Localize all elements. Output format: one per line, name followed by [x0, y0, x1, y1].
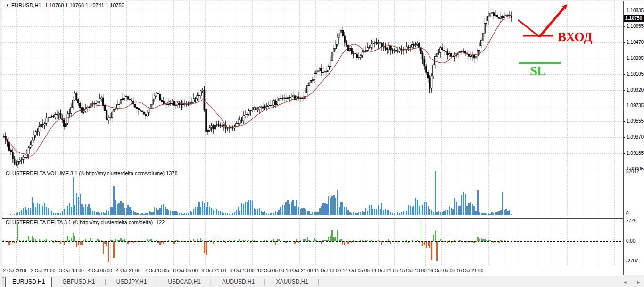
time-axis-label: 4 Oct 21:00	[116, 268, 141, 273]
price-axis-label: 1.09005	[627, 166, 644, 171]
price-axis-label: 1.09735	[627, 103, 644, 108]
price-axis-label: 1.10470	[627, 40, 644, 45]
tab-usdcad-h1[interactable]: USDCAD,H1	[168, 276, 200, 285]
tab-divider: |	[210, 276, 212, 285]
price-axis-label: 1.10105	[627, 71, 644, 76]
price-axis-label: 1.09555	[627, 118, 644, 124]
price-axis-tick	[624, 121, 625, 122]
pane-splitter[interactable]	[2, 217, 623, 219]
current-price-badge: 1.10750	[624, 15, 644, 22]
time-axis-label: 2 Oct 21:00	[31, 268, 55, 273]
price-axis-label: 1.09185	[627, 151, 644, 156]
tab-xauusd-h1[interactable]: XAUUSD,H1	[276, 276, 308, 285]
tab-divider: |	[105, 276, 106, 285]
time-axis-label: 4 Oct 05:00	[88, 268, 112, 273]
price-axis-label: 1.10835	[627, 8, 644, 13]
price-axis-tick	[624, 106, 625, 106]
time-axis-label: 15 Oct 13:00	[399, 268, 426, 273]
time-axis-label: 11 Oct 13:00	[314, 268, 341, 273]
tab-scroll-right-icon[interactable]: ►	[636, 280, 641, 285]
time-axis-label: 14 Oct 05:05	[343, 268, 370, 273]
time-axis-label: 8 Oct 05:00	[173, 268, 198, 273]
tab-divider: |	[156, 276, 157, 285]
price-axis-label: 1.10285	[627, 56, 644, 61]
volume-histogram[interactable]	[2, 169, 623, 217]
tab-audusd-h1[interactable]: AUDUSD,H1	[222, 276, 255, 285]
time-axis-label: 10 Oct 21:00	[286, 268, 313, 273]
time-axis-label: 3 Oct 13:00	[59, 268, 84, 273]
mt4-window: ▼EURUSD,H11.10760 1.10768 1.10741 1.1075…	[0, 0, 644, 287]
time-axis-label: 9 Oct 13:00	[230, 268, 255, 273]
price-axis[interactable]: 1.10750 52012 0 2726 0.00 -2707 1.108351…	[623, 1, 644, 275]
delta-axis-min: -2707	[626, 258, 638, 263]
candlestick-chart[interactable]: ВХОДSL	[2, 1, 623, 168]
tab-divider: |	[264, 276, 265, 285]
time-axis-label: 10 Oct 05:00	[257, 268, 284, 273]
tab-divider: |	[318, 276, 319, 285]
pane-splitter[interactable]	[2, 168, 623, 169]
price-axis-tick	[624, 74, 625, 75]
price-axis-tick	[624, 11, 625, 11]
price-axis-tick	[624, 137, 625, 138]
volume-axis-min: 0	[626, 211, 629, 216]
price-axis-tick	[624, 42, 625, 43]
tab-gbpusd-h1[interactable]: GBPUSD,H1	[62, 276, 95, 285]
grid-vertical-lines	[17, 1, 615, 168]
tab-eurusd-h1[interactable]: EURUSD,H1	[5, 277, 52, 287]
price-axis-tick	[624, 153, 625, 154]
candle-wicks	[4, 9, 512, 168]
time-axis-label: 8 Oct 21:00	[202, 268, 226, 273]
tabbar-gripper[interactable]	[2, 277, 4, 286]
price-axis-label: 1.10655	[627, 24, 644, 29]
moving-average-line	[4, 16, 512, 156]
delta-histogram[interactable]	[2, 219, 623, 266]
entry-label: ВХОД	[558, 30, 593, 44]
price-axis-tick	[624, 26, 625, 27]
price-chart-pane: ▼EURUSD,H11.10760 1.10768 1.10741 1.1075…	[2, 1, 623, 168]
chart-tab-bar: EURUSD,H1 GBPUSD,H1 | USDJPY,H1 | USDCAD…	[0, 276, 644, 287]
price-axis-tick	[624, 59, 625, 59]
grid-vertical-lines	[17, 219, 615, 266]
price-axis-tick	[624, 169, 625, 169]
volume-indicator-pane: CLUSTERDELTA VOLUME 3.1 (© http://my.clu…	[2, 169, 623, 217]
tab-usdjpy-h1[interactable]: USDJPY,H1	[116, 276, 147, 285]
delta-axis-zero: 0.00	[626, 238, 635, 244]
chart-area: ▼EURUSD,H11.10760 1.10768 1.10741 1.1075…	[2, 1, 623, 275]
time-axis-label: 2 Oct 2019	[3, 268, 26, 273]
entry-annotation-line[interactable]	[518, 20, 539, 37]
time-axis-label: 14 Oct 21:05	[371, 268, 398, 273]
price-axis-tick	[624, 90, 625, 91]
grid-vertical-lines	[17, 169, 615, 217]
price-axis-label: 1.09920	[627, 87, 644, 93]
price-axis-label: 1.09370	[627, 135, 644, 140]
time-axis-label: 7 Oct 13:05	[145, 268, 169, 273]
delta-indicator-pane: CLUSTERDELTA DELTA 3.1 (© http://my.clus…	[2, 219, 623, 266]
stop-loss-label: SL	[530, 64, 545, 78]
time-axis-label: 16 Oct 05:00	[428, 268, 455, 273]
tab-scroll-buttons: ◄ ►	[623, 280, 641, 285]
time-axis-label: 16 Oct 21:00	[456, 268, 483, 273]
tab-scroll-left-icon[interactable]: ◄	[623, 280, 627, 285]
time-axis[interactable]: 2 Oct 20192 Oct 21:003 Oct 13:004 Oct 05…	[2, 266, 623, 276]
delta-axis-max: 2726	[626, 218, 636, 223]
